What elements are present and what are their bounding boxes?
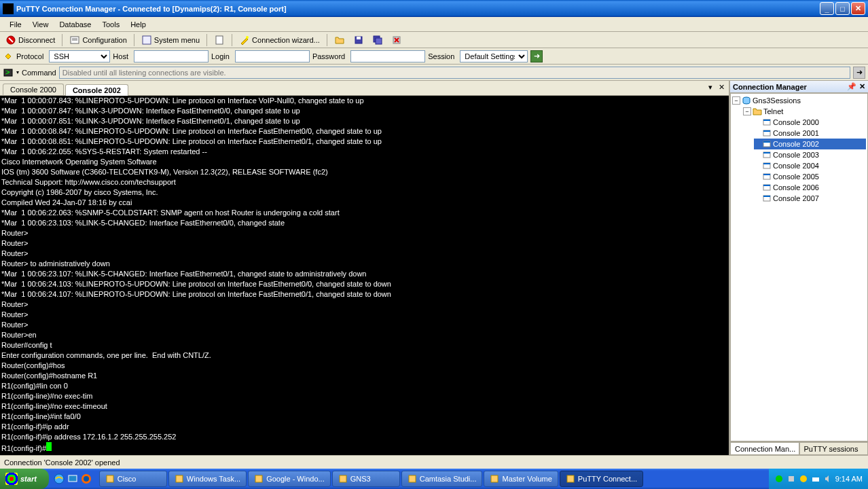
tree-root[interactable]: − Gns3Sessions xyxy=(732,95,866,106)
terminal-line: Router> xyxy=(1,249,727,259)
tab-dropdown-button[interactable]: ▾ xyxy=(706,82,715,92)
tab-close-button[interactable]: ✕ xyxy=(717,82,726,92)
svg-rect-43 xyxy=(176,475,183,482)
password-input[interactable] xyxy=(350,50,425,62)
taskbar: start CiscoWindows Task...Google - Windo… xyxy=(0,469,868,489)
tree-session[interactable]: Console 2007 xyxy=(754,193,866,204)
protocol-select[interactable]: SSH xyxy=(49,50,110,62)
firefox-icon[interactable] xyxy=(80,473,92,485)
save-button[interactable] xyxy=(350,33,367,47)
connection-tree[interactable]: − Gns3Sessions − Telnet Console 2000Cons… xyxy=(730,93,868,441)
tree-session[interactable]: Console 2002 xyxy=(754,139,866,149)
svg-rect-47 xyxy=(491,475,498,482)
close-db-button[interactable] xyxy=(388,33,405,47)
taskbar-button[interactable]: Windows Task... xyxy=(168,471,247,487)
svg-rect-25 xyxy=(763,152,770,153)
minimize-button[interactable]: _ xyxy=(820,2,834,15)
ie-icon[interactable] xyxy=(53,473,65,485)
tab-console-2002[interactable]: Console 2002 xyxy=(65,84,128,96)
tab-putty-sessions[interactable]: PuTTY sessions xyxy=(799,442,869,455)
open-button[interactable] xyxy=(331,33,348,47)
terminal-line: *Mar 1 00:00:07.843: %LINEPROTO-5-UPDOWN… xyxy=(1,96,727,106)
host-input[interactable] xyxy=(134,50,209,62)
session-icon xyxy=(762,117,772,127)
connect-go-button[interactable]: ➜ xyxy=(530,50,543,62)
terminal-line: Router(config)#hos xyxy=(1,361,727,371)
terminal-output[interactable]: *Mar 1 00:00:07.843: %LINEPROTO-5-UPDOWN… xyxy=(0,96,729,455)
tree-session[interactable]: Console 2003 xyxy=(754,149,866,160)
folder-open-icon xyxy=(334,35,345,46)
session-icon xyxy=(762,150,772,160)
connection-wizard-button[interactable]: Connection wizard... xyxy=(236,33,323,47)
menu-database[interactable]: Database xyxy=(54,19,96,30)
system-tray[interactable]: 9:14 AM xyxy=(769,469,868,489)
disconnect-button[interactable]: Disconnect xyxy=(3,33,58,47)
desktop-icon[interactable] xyxy=(67,473,79,485)
start-button[interactable]: start xyxy=(0,469,49,489)
collapse-icon[interactable]: − xyxy=(743,107,751,115)
command-go-button[interactable]: ➜ xyxy=(853,67,865,79)
svg-rect-52 xyxy=(812,477,819,482)
session-icon xyxy=(762,172,772,181)
close-db-icon xyxy=(391,35,402,46)
app-icon xyxy=(408,474,417,484)
saveall-button[interactable] xyxy=(369,33,386,47)
menu-file[interactable]: File xyxy=(4,19,27,30)
tray-icon[interactable] xyxy=(786,474,796,484)
connection-manager-header: Connection Manager 📌 ✕ xyxy=(730,81,868,93)
app-icon xyxy=(254,474,264,484)
toolbar-main: Disconnect Configuration System menu Con… xyxy=(0,32,868,48)
login-label: Login xyxy=(211,52,230,60)
panel-close-button[interactable]: ✕ xyxy=(859,82,865,91)
taskbar-button[interactable]: PuTTY Connect... xyxy=(560,471,643,487)
app-icon xyxy=(490,474,499,484)
tree-session[interactable]: Console 2001 xyxy=(754,128,866,139)
new-icon-button[interactable] xyxy=(211,33,228,47)
svg-rect-29 xyxy=(763,174,770,175)
configuration-button[interactable]: Configuration xyxy=(67,33,129,47)
terminal-line: Router> xyxy=(1,320,727,330)
terminal-line: IOS (tm) 3600 Software (C3660-TELCOENTK9… xyxy=(1,167,727,177)
tray-icon[interactable] xyxy=(774,474,784,484)
tab-console-2000[interactable]: Console 2000 xyxy=(3,84,64,95)
svg-rect-44 xyxy=(255,475,262,482)
terminal-line: Technical Support: http://www.cisco.com/… xyxy=(1,177,727,187)
panel-pin-button[interactable]: 📌 xyxy=(847,82,856,91)
menu-help[interactable]: Help xyxy=(125,19,151,30)
login-input[interactable] xyxy=(235,50,310,62)
collapse-icon[interactable]: − xyxy=(732,96,740,105)
command-icon: > xyxy=(3,67,14,78)
menu-tools[interactable]: Tools xyxy=(96,19,125,30)
system-menu-button[interactable]: System menu xyxy=(139,33,202,47)
session-icon xyxy=(762,183,772,192)
taskbar-button[interactable]: Master Volume xyxy=(484,471,558,487)
panel-bottom-tabs: Connection Man... PuTTY sessions xyxy=(730,441,868,455)
folder-icon xyxy=(753,107,762,116)
tree-group-telnet[interactable]: − Telnet xyxy=(743,106,866,117)
close-button[interactable]: ✕ xyxy=(851,2,865,15)
volume-icon[interactable] xyxy=(823,474,833,484)
svg-rect-23 xyxy=(763,141,770,143)
taskbar-button[interactable]: Cisco xyxy=(99,471,167,487)
tree-session[interactable]: Console 2005 xyxy=(754,171,866,182)
clock[interactable]: 9:14 AM xyxy=(835,475,863,483)
session-icon xyxy=(762,128,772,138)
menu-view[interactable]: View xyxy=(27,19,54,30)
save-all-icon xyxy=(372,35,383,46)
taskbar-button[interactable]: Google - Windo... xyxy=(248,471,331,487)
svg-point-41 xyxy=(84,476,89,482)
taskbar-button[interactable]: GNS3 xyxy=(332,471,400,487)
command-input[interactable] xyxy=(59,67,850,79)
taskbar-button[interactable]: Camtasia Studi... xyxy=(401,471,483,487)
tree-session[interactable]: Console 2000 xyxy=(754,117,866,128)
tree-session[interactable]: Console 2004 xyxy=(754,160,866,171)
tree-session[interactable]: Console 2006 xyxy=(754,182,866,193)
tab-connection-manager[interactable]: Connection Man... xyxy=(730,442,799,455)
tray-icon[interactable] xyxy=(799,474,808,484)
session-select[interactable]: Default Settings xyxy=(460,50,528,62)
disconnect-icon xyxy=(5,35,16,46)
maximize-button[interactable]: □ xyxy=(835,2,850,15)
tray-icon[interactable] xyxy=(811,474,820,484)
svg-rect-21 xyxy=(763,130,770,132)
terminal-line: Router> xyxy=(1,228,727,238)
